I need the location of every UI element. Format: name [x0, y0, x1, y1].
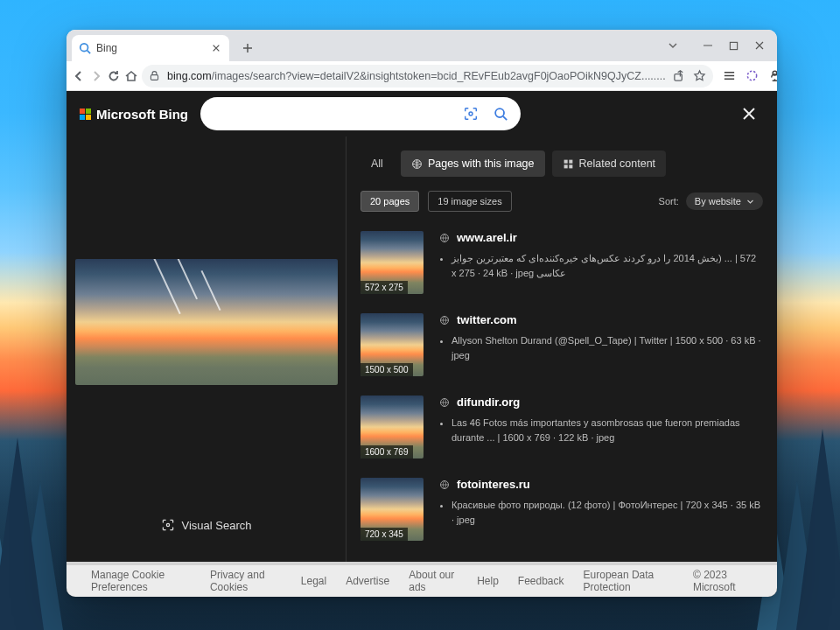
sort-dropdown[interactable]: By website: [686, 192, 763, 210]
window-minimize-icon[interactable]: [703, 40, 713, 51]
main-image[interactable]: [75, 259, 338, 385]
extension-icon[interactable]: [743, 66, 762, 86]
bing-logo[interactable]: Microsoft Bing: [79, 107, 188, 122]
svg-point-7: [773, 71, 777, 75]
detail-tabs: All Pages with this image Related conten…: [360, 150, 763, 177]
nav-forward-button[interactable]: [89, 65, 103, 88]
lock-icon: [149, 70, 160, 81]
globe-icon: [439, 397, 450, 408]
tab-close-icon[interactable]: [210, 42, 222, 54]
result-site-link[interactable]: fotointeres.ru: [439, 478, 763, 491]
new-tab-button[interactable]: [236, 37, 259, 60]
bing-logo-text: Microsoft Bing: [96, 107, 188, 122]
chevron-down-icon: [746, 198, 754, 206]
result-thumbnail[interactable]: 1600 x 769: [360, 396, 424, 458]
browser-tab[interactable]: Bing: [72, 35, 229, 61]
svg-rect-19: [569, 159, 572, 163]
window-controls: [668, 30, 774, 61]
thumb-dimensions: 572 x 275: [360, 281, 408, 294]
extensions-area: [720, 66, 777, 86]
tab-title: Bing: [96, 42, 205, 54]
nav-home-button[interactable]: [124, 65, 138, 88]
image-preview-pane: Visual Search: [66, 136, 346, 562]
address-bar[interactable]: bing.com/images/search?view=detailV2&ins…: [142, 65, 713, 88]
nav-reload-button[interactable]: [107, 65, 121, 88]
svg-rect-4: [150, 75, 158, 80]
footer-link[interactable]: Feedback: [518, 575, 564, 587]
result-detail: Las 46 Fotos más importantes y asombrosa…: [452, 416, 763, 444]
globe-grid-icon: [411, 158, 423, 170]
results-pane: All Pages with this image Related conten…: [346, 136, 777, 562]
result-item: 720 x 345 fotointeres.ru Красивые фото п…: [360, 478, 763, 541]
globe-icon: [439, 480, 450, 490]
extension-icon[interactable]: [766, 66, 777, 86]
result-thumbnail[interactable]: 1500 x 500: [360, 313, 424, 376]
thumb-dimensions: 720 x 345: [360, 528, 408, 541]
footer-link[interactable]: European Data Protection: [584, 569, 674, 593]
footer-copyright: © 2023 Microsoft: [693, 569, 752, 593]
page-content: Microsoft Bing: [66, 91, 777, 597]
tab-strip: Bing: [66, 30, 777, 61]
svg-rect-3: [730, 42, 737, 49]
nav-back-button[interactable]: [72, 65, 86, 88]
svg-point-13: [469, 112, 472, 116]
thumb-dimensions: 1500 x 500: [360, 363, 413, 376]
svg-line-1: [88, 51, 91, 54]
footer-link[interactable]: Advertise: [346, 575, 389, 587]
browser-toolbar: bing.com/images/search?view=detailV2&ins…: [66, 61, 777, 91]
search-box[interactable]: [200, 97, 521, 130]
svg-line-15: [503, 116, 507, 120]
footer-link[interactable]: About our ads: [409, 569, 458, 593]
footer-link[interactable]: Manage Cookie Preferences: [91, 569, 191, 593]
filter-row: 20 pages 19 image sizes Sort: By website: [360, 191, 763, 212]
footer-link[interactable]: Help: [477, 575, 499, 587]
chip-pages[interactable]: 20 pages: [360, 191, 419, 212]
result-item: 572 x 275 www.arel.ir ‫572 | ... (بخش 20…: [360, 231, 763, 294]
result-detail: Allyson Shelton Durand (@Spell_O_Tape) |…: [452, 333, 763, 362]
sort-label: Sort:: [659, 196, 679, 206]
tab-overflow-icon[interactable]: [668, 40, 678, 51]
result-thumbnail[interactable]: 572 x 275: [360, 231, 424, 294]
globe-icon: [439, 315, 450, 326]
svg-point-16: [166, 523, 169, 526]
tab-pages-with-image[interactable]: Pages with this image: [401, 150, 545, 177]
grid-icon: [563, 158, 574, 170]
svg-point-6: [748, 71, 757, 80]
url-text: bing.com/images/search?view=detailV2&ins…: [167, 70, 666, 82]
globe-icon: [439, 233, 450, 243]
thumb-dimensions: 1600 x 769: [360, 445, 413, 458]
tab-related-content[interactable]: Related content: [552, 150, 667, 177]
bing-header: Microsoft Bing: [66, 91, 777, 136]
result-thumbnail[interactable]: 720 x 345: [360, 478, 424, 541]
chip-sizes[interactable]: 19 image sizes: [428, 191, 511, 212]
svg-point-14: [495, 108, 504, 117]
footer-link[interactable]: Legal: [301, 575, 326, 587]
page-footer: Manage Cookie Preferences Privacy and Co…: [66, 562, 777, 597]
browser-window: Bing bing.com/images/search?view=detailV…: [66, 30, 777, 597]
result-item: 1500 x 500 twitter.com Allyson Shelton D…: [360, 313, 763, 376]
window-maximize-icon[interactable]: [729, 41, 738, 51]
window-close-icon[interactable]: [754, 40, 765, 51]
microsoft-logo-icon: [79, 108, 91, 120]
overlay-close-button[interactable]: [733, 98, 765, 130]
share-icon[interactable]: [673, 69, 686, 82]
visual-search-label: Visual Search: [182, 519, 252, 532]
bing-favicon-icon: [79, 42, 91, 54]
search-input[interactable]: [214, 107, 454, 121]
svg-rect-21: [569, 164, 572, 168]
result-site-link[interactable]: difundir.org: [439, 396, 763, 409]
result-detail: ‫572 | ... (بخش 2014 را درو کردند عکس‌ها…: [452, 251, 763, 280]
svg-rect-18: [564, 159, 567, 163]
visual-search-button[interactable]: Visual Search: [161, 518, 252, 532]
result-item: 1600 x 769 difundir.org Las 46 Fotos más…: [360, 396, 763, 458]
result-site-link[interactable]: www.arel.ir: [439, 231, 763, 244]
visual-search-camera-icon[interactable]: [458, 101, 484, 127]
footer-link[interactable]: Privacy and Cookies: [210, 569, 282, 593]
result-site-link[interactable]: twitter.com: [439, 313, 763, 326]
extension-icon[interactable]: [720, 66, 739, 86]
search-icon[interactable]: [487, 101, 514, 127]
result-detail: Красивые фото природы. (12 фото) | ФотоИ…: [452, 498, 763, 527]
svg-rect-20: [564, 164, 567, 168]
bookmark-star-icon[interactable]: [693, 69, 706, 82]
tab-all[interactable]: All: [360, 150, 394, 177]
